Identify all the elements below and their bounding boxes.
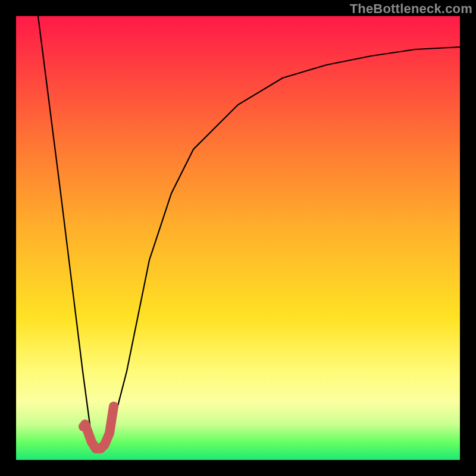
outer-frame: TheBottleneck.com [0,0,476,476]
bottleneck-line [38,16,460,447]
optimum-check-icon [85,406,114,449]
optimum-dot [79,422,88,431]
watermark-text: TheBottleneck.com [350,1,472,17]
plot-area [16,16,460,460]
chart-svg [16,16,460,460]
